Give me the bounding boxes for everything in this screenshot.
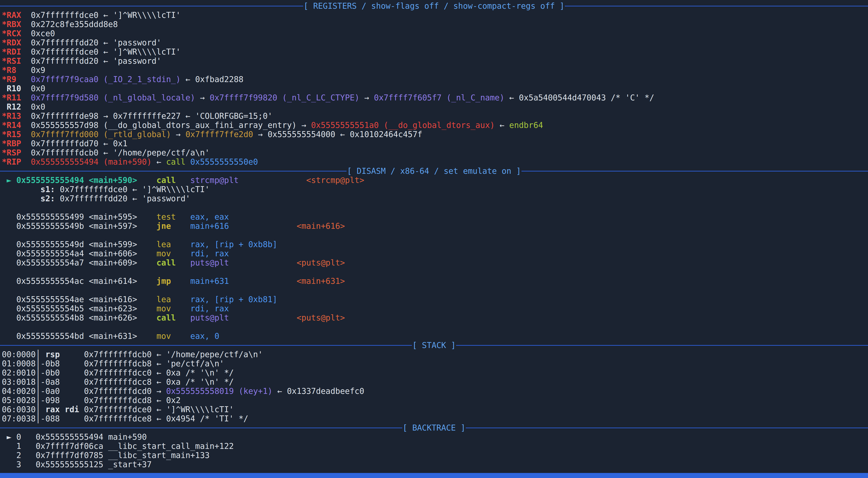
disasm-section: ► 0x555555555494 <main+590> call strcmp@… (0, 176, 868, 341)
text-run: puts@plt (190, 258, 229, 267)
stack-row-03: 03:0018│-0a8 0x7fffffffdcc8 ← 0xa /* '\n… (0, 377, 868, 386)
text-run (176, 258, 190, 267)
stack-row-07: 07:0038│-088 0x7fffffffdce8 ← 0x4954 /* … (0, 414, 868, 423)
text-run: 0x5555555550e0 (190, 157, 258, 166)
disasm-row: 0x555555555499 <main+595> test eax, eax (0, 212, 868, 221)
text-run (21, 130, 31, 139)
text-run: *RAX (2, 10, 21, 20)
text-run: → (195, 93, 210, 102)
text-run: 0x5555555551a0 (__do_global_dtors_aux) (311, 121, 495, 130)
backtrace-frame-2: 2 0x7ffff7df0785 __libc_start_main+133 (0, 451, 868, 460)
text-run: <main+616> (297, 221, 345, 231)
text-run: 0x5555555554ac <main+614> (2, 277, 156, 286)
disasm-row: 0x5555555554b8 <main+626> call puts@plt … (0, 313, 868, 322)
text-run (176, 176, 190, 185)
registers-header-title: [ REGISTERS / show-flags off / show-comp… (303, 1, 565, 10)
text-run: 04:0020│-0a0 0x7fffffffdcd0 → (2, 386, 166, 396)
register-row-rsp: *RSP 0x7fffffffdcb0 ← '/home/pepe/ctf/a\… (0, 148, 868, 157)
header-rule (0, 345, 412, 346)
text-run: 0x555555555499 <main+595> (2, 212, 156, 221)
text-run (2, 185, 40, 194)
header-rule (565, 6, 868, 6)
text-run (229, 313, 297, 322)
text-run (21, 157, 31, 166)
register-row-r10: R10 0x0 (0, 84, 868, 93)
text-run: endbr64 (509, 121, 543, 130)
text-run (229, 277, 297, 286)
text-run: 0x5555555554b5 <main+623> (2, 304, 156, 313)
text-run: 0x555555557d98 (__do_global_dtors_aux_fi… (21, 121, 311, 130)
text-run: → (171, 130, 186, 139)
text-run (16, 75, 31, 84)
text-run: eax, eax (190, 212, 229, 221)
text-run: 0x7fffffffdce0 ← ']^WR\\\\lcTI' (79, 405, 234, 414)
header-rule (522, 171, 868, 171)
text-run: *R15 (2, 130, 21, 139)
text-run: rsp (45, 350, 60, 359)
text-run: rax, [rip + 0xb8b] (190, 240, 277, 249)
text-run: ← (495, 121, 509, 130)
text-run: 0x7fffffffdce0 ← ']^WR\\\\lcTI' (21, 10, 181, 20)
registers-section: *RAX 0x7fffffffdce0 ← ']^WR\\\\lcTI'*RBX… (0, 10, 868, 166)
text-run (21, 93, 31, 102)
register-row-r8: *R8 0x9 (0, 66, 868, 75)
register-row-rax: *RAX 0x7fffffffdce0 ← ']^WR\\\\lcTI' (0, 10, 868, 20)
text-run: 0x272c8fe355ddd8e8 (21, 20, 118, 29)
text-run: rax rdi (45, 405, 79, 414)
blank-row (0, 203, 868, 212)
text-run: 0x7ffff7f9caa0 (_IO_2_1_stdin_) (31, 75, 181, 84)
text-run (171, 221, 190, 231)
text-run: rdi, rax (190, 304, 229, 313)
blank-row (0, 267, 868, 277)
text-run: mov (156, 249, 171, 258)
text-run: <puts@plt> (297, 313, 345, 322)
text-run: 0x7fffffffdce0 ← ']^WR\\\\lcTI' (55, 185, 210, 194)
registers-header: [ REGISTERS / show-flags off / show-comp… (0, 1, 868, 10)
text-run: *RIP (2, 157, 21, 166)
blank-row (0, 231, 868, 240)
text-run: → (359, 93, 374, 102)
text-run (171, 295, 190, 304)
disasm-arg-s2-row: s2: 0x7fffffffdd20 ← 'password' (0, 194, 868, 203)
text-run: 0x5555555554a4 <main+606> (2, 249, 156, 258)
disasm-current-row: ► 0x555555555494 <main+590> call strcmp@… (0, 176, 868, 185)
text-run: <strcmp@plt> (306, 176, 364, 185)
text-run: R12 (2, 102, 21, 111)
pwndbg-terminal[interactable]: [ REGISTERS / show-flags off / show-comp… (0, 0, 868, 478)
text-run: ← 0xfbad2288 (181, 75, 244, 84)
text-run: call (156, 313, 176, 322)
text-run: 0 0x555555555494 main+590 (16, 433, 147, 442)
text-run: *RDX (2, 38, 21, 47)
backtrace-frame-3: 3 0x555555555125 _start+37 (0, 460, 868, 469)
text-run: main+631 (190, 277, 229, 286)
text-run: <main+631> (297, 277, 345, 286)
text-run: ← 0x5a5400544d470043 /* 'C' */ (504, 93, 654, 102)
text-run: 0xce0 (21, 29, 55, 38)
stack-row-04: 04:0020│-0a0 0x7fffffffdcd0 → 0x55555555… (0, 386, 868, 396)
disasm-row: 0x55555555549b <main+597> jne main+616 <… (0, 221, 868, 231)
stack-header-title: [ STACK ] (412, 341, 456, 350)
text-run: *RCX (2, 29, 21, 38)
text-run: 0x7fffffffdd20 ← 'password' (21, 56, 161, 66)
header-rule (0, 427, 402, 428)
header-rule (456, 345, 868, 346)
text-run: rax, [rip + 0xb81] (190, 295, 277, 304)
status-bar (0, 473, 868, 478)
text-run: 3 0x555555555125 _start+37 (2, 460, 152, 469)
disasm-row: 0x55555555549d <main+599> lea rax, [rip … (0, 240, 868, 249)
text-run: s1: (40, 185, 55, 194)
text-run (171, 277, 190, 286)
text-run: ► (2, 433, 16, 442)
text-run: *RSP (2, 148, 21, 157)
register-row-r12: R12 0x0 (0, 102, 868, 111)
text-run: 0x5555555554bd <main+631> (2, 331, 156, 341)
disasm-row: 0x5555555554b5 <main+623> mov rdi, rax (0, 304, 868, 313)
text-run: 00:0000│ (2, 350, 45, 359)
backtrace-section: ► 0 0x555555555494 main+590 1 0x7ffff7df… (0, 433, 868, 469)
text-run: 06:0030│ (2, 405, 45, 414)
text-run: 0x7ffff7ffe2d0 (186, 130, 253, 139)
disasm-arg-s1-row: s1: 0x7fffffffdce0 ← ']^WR\\\\lcTI' (0, 185, 868, 194)
disasm-row: 0x5555555554a7 <main+609> call puts@plt … (0, 258, 868, 267)
register-row-r13: *R13 0x7fffffffde98 → 0x7fffffffe227 ← '… (0, 111, 868, 121)
text-run: 0x7fffffffdce0 ← ']^WR\\\\lcTI' (21, 47, 181, 56)
